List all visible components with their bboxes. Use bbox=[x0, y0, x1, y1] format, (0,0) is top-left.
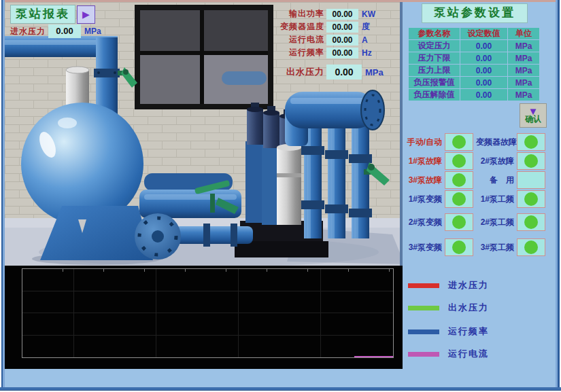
outlet-pressure-readout: 出水压力 0.00 MPa bbox=[272, 65, 384, 79]
legend-swatch bbox=[408, 352, 439, 357]
trend-chart bbox=[5, 266, 403, 369]
readout-value: 00.00 bbox=[326, 35, 358, 46]
legend-swatch bbox=[408, 283, 439, 288]
outlet-pressure-value: 0.00 bbox=[326, 65, 362, 79]
readout-unit: KW bbox=[362, 10, 375, 19]
col-header-value: 设定数值 bbox=[460, 28, 508, 40]
param-value[interactable]: 0.00 bbox=[460, 77, 508, 89]
status-lamp bbox=[452, 173, 466, 187]
readout-row: 运行电流 00.00 A bbox=[272, 33, 375, 46]
legend-label: 进水压力 bbox=[448, 279, 489, 291]
inlet-pressure-value: 0.00 bbox=[48, 24, 81, 38]
param-unit: MPa bbox=[508, 77, 540, 89]
param-value[interactable]: 0.00 bbox=[460, 40, 508, 52]
legend-label: 运行频率 bbox=[448, 325, 489, 338]
indicator-row: 手动/自动 变频器故障 bbox=[403, 133, 556, 151]
indicator-row: 3#泵故障 备 用 bbox=[403, 171, 556, 189]
drive-readouts: 输出功率 00.00 KW 变频器温度 00.00 度 运行电流 00.00 A… bbox=[272, 7, 375, 59]
indicator-label: 手动/自动 bbox=[403, 137, 442, 148]
indicator-label: 1#泵工频 bbox=[476, 194, 514, 205]
report-button[interactable]: 泵站报表 ▶ bbox=[10, 5, 95, 24]
frame-top bbox=[0, 0, 561, 2]
indicator-lamp-box bbox=[445, 152, 473, 170]
pump-station-hmi: 泵站报表 ▶ 进水压力 0.00 MPa 输出功率 00.00 KW 变频器温度… bbox=[0, 0, 561, 392]
table-row: 压力下限 0.00 MPa bbox=[409, 52, 540, 65]
table-row: 压力上限 0.00 MPa bbox=[409, 65, 540, 77]
inlet-pressure-unit: MPa bbox=[84, 26, 101, 36]
axis-ticks bbox=[22, 269, 393, 272]
window bbox=[135, 5, 273, 109]
param-unit: MPa bbox=[508, 89, 540, 101]
readout-unit: 度 bbox=[362, 21, 370, 33]
param-unit: MPa bbox=[508, 40, 540, 52]
outlet-pressure-label: 出水压力 bbox=[272, 66, 324, 78]
status-lamp bbox=[524, 215, 538, 229]
inlet-pressure-readout: 进水压力 0.00 MPa bbox=[10, 24, 101, 38]
legend-item: 运行电流 bbox=[408, 349, 489, 359]
indicator-label: 2#泵工频 bbox=[476, 217, 514, 228]
table-header-row: 参数名称 设定数值 单位 bbox=[409, 28, 540, 40]
panel-divider bbox=[400, 2, 403, 266]
readout-row: 运行频率 00.00 Hz bbox=[272, 46, 375, 59]
current-trend-line bbox=[354, 356, 393, 357]
play-icon[interactable]: ▶ bbox=[77, 5, 95, 24]
trend-plot-area bbox=[22, 268, 394, 358]
legend-item: 出水压力 bbox=[408, 303, 489, 313]
indicator-row: 2#泵变频 2#泵工频 bbox=[403, 213, 556, 231]
indicator-lamp-box bbox=[445, 238, 473, 256]
param-name: 压力上限 bbox=[409, 65, 460, 77]
indicator-label: 1#泵故障 bbox=[403, 156, 442, 167]
indicator-lamp-box bbox=[445, 190, 473, 208]
indicator-lamp-box bbox=[445, 133, 473, 151]
param-value[interactable]: 0.00 bbox=[460, 89, 508, 101]
readout-label: 变频器温度 bbox=[272, 21, 324, 33]
indicator-lamp-box-empty bbox=[517, 171, 545, 189]
param-unit: MPa bbox=[508, 52, 540, 65]
param-name: 压力下限 bbox=[409, 52, 460, 65]
inlet-pressure-label: 进水压力 bbox=[10, 26, 46, 37]
readout-value: 00.00 bbox=[326, 22, 358, 33]
indicator-row: 1#泵变频 1#泵工频 bbox=[403, 190, 556, 208]
indicator-lamp-box bbox=[517, 152, 545, 170]
readout-label: 运行电流 bbox=[272, 34, 324, 46]
indicator-label: 变频器故障 bbox=[476, 137, 514, 148]
legend-swatch bbox=[408, 329, 439, 334]
confirm-button[interactable]: ▼ 确认 bbox=[520, 103, 547, 128]
indicator-lamp-box bbox=[517, 213, 545, 231]
readout-value: 00.00 bbox=[326, 48, 358, 58]
indicator-lamp-box bbox=[517, 190, 545, 208]
param-name: 设定压力 bbox=[409, 40, 460, 52]
param-value[interactable]: 0.00 bbox=[460, 52, 508, 65]
param-name: 负压解除值 bbox=[409, 89, 460, 101]
indicator-lamp-box bbox=[445, 213, 473, 231]
table-row: 设定压力 0.00 MPa bbox=[409, 40, 540, 52]
readout-unit: A bbox=[362, 35, 368, 45]
outlet-pressure-unit: MPa bbox=[365, 67, 384, 77]
indicator-label: 3#泵工频 bbox=[476, 242, 514, 253]
indicator-row: 1#泵故障 2#泵故障 bbox=[403, 152, 556, 170]
frame-bottom bbox=[0, 387, 561, 392]
readout-unit: Hz bbox=[362, 48, 372, 58]
indicator-lamp-box bbox=[517, 238, 545, 256]
legend-item: 运行频率 bbox=[408, 327, 489, 336]
indicator-label: 3#泵变频 bbox=[403, 242, 442, 253]
readout-label: 输出功率 bbox=[272, 8, 324, 20]
param-unit: MPa bbox=[508, 65, 540, 77]
param-value[interactable]: 0.00 bbox=[460, 65, 508, 77]
status-lamp bbox=[452, 240, 466, 254]
status-lamp bbox=[524, 192, 538, 206]
indicator-row: 3#泵变频 3#泵工频 bbox=[403, 238, 556, 256]
indicator-label: 2#泵变频 bbox=[403, 217, 442, 228]
table-row: 负压报警值 0.00 MPa bbox=[409, 77, 540, 89]
readout-row: 变频器温度 00.00 度 bbox=[272, 20, 375, 33]
param-name: 负压报警值 bbox=[409, 77, 460, 89]
indicator-label: 1#泵变频 bbox=[403, 194, 442, 205]
legend-label: 运行电流 bbox=[448, 348, 489, 360]
report-button-label[interactable]: 泵站报表 bbox=[10, 5, 75, 24]
confirm-button-label[interactable]: 确认 bbox=[525, 115, 541, 124]
status-lamp bbox=[452, 215, 466, 229]
indicator-label: 备 用 bbox=[476, 175, 514, 186]
status-lamp bbox=[524, 135, 538, 149]
col-header-name: 参数名称 bbox=[409, 28, 460, 40]
col-header-unit: 单位 bbox=[508, 28, 540, 40]
